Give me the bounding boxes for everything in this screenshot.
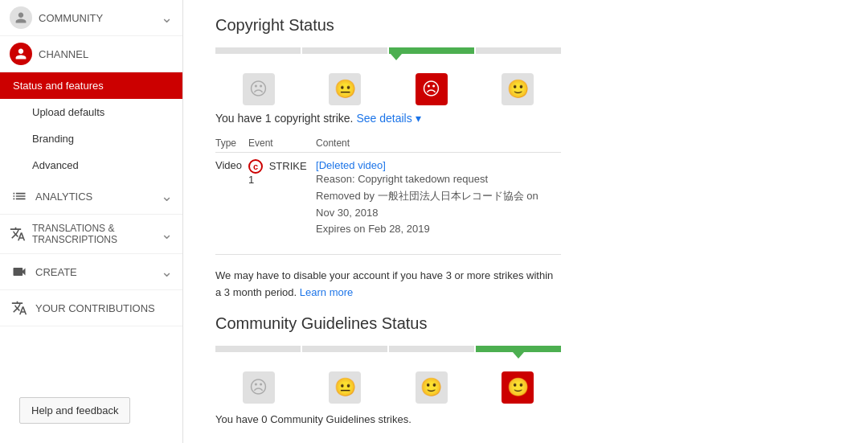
create-chevron: ⌄ xyxy=(161,263,173,281)
table-row: Video c STRIKE 1 [Deleted video] Reason:… xyxy=(215,153,561,242)
community-chevron: ⌄ xyxy=(161,9,173,27)
cg-face-2: 😐 xyxy=(302,371,389,404)
community-guidelines-title: Community Guidelines Status xyxy=(215,314,836,333)
your-contributions-label: YOUR CONTRIBUTIONS xyxy=(35,302,155,314)
table-header-event: Event xyxy=(248,134,316,153)
see-details-link[interactable]: See details xyxy=(356,112,411,125)
cg-progress-seg-2 xyxy=(302,346,387,352)
translations-chevron: ⌄ xyxy=(161,225,173,243)
sidebar-item-status-and-features[interactable]: Status and features xyxy=(0,72,182,99)
face-2: 😐 xyxy=(302,73,389,105)
copyright-faces-row: ☹ 😐 ☹ 🙂 xyxy=(215,73,561,105)
translations-label: TRANSLATIONS & TRANSCRIPTIONS xyxy=(32,223,161,245)
analytics-icon xyxy=(10,187,29,206)
cg-progress-wrapper: ☹ 😐 🙂 🙂 xyxy=(215,346,561,404)
copyright-progress-wrapper: ☹ 😐 ☹ 🙂 xyxy=(215,47,561,105)
cg-progress-seg-3 xyxy=(389,346,474,352)
progress-seg-1 xyxy=(215,47,301,54)
copyright-circle-icon: c xyxy=(248,159,263,174)
progress-seg-2 xyxy=(302,47,387,54)
analytics-chevron: ⌄ xyxy=(161,187,173,205)
cg-face-icon-1: ☹ xyxy=(243,371,275,404)
sidebar-channel-section[interactable]: CHANNEL xyxy=(0,36,182,72)
deleted-video-link[interactable]: [Deleted video] xyxy=(316,159,386,171)
table-header-content: Content xyxy=(316,134,561,153)
cg-face-3: 🙂 xyxy=(388,371,475,404)
sidebar-translations-section[interactable]: TRANSLATIONS & TRANSCRIPTIONS ⌄ xyxy=(0,215,182,254)
sidebar-analytics-section[interactable]: ANALYTICS ⌄ xyxy=(0,178,182,215)
removed-by-text: Removed by 一般社団法人日本レコード協会 on Nov 30, 201… xyxy=(316,188,555,222)
cg-face-icon-3: 🙂 xyxy=(416,371,448,404)
cg-face-icon-4-active: 🙂 xyxy=(502,371,534,404)
channel-avatar xyxy=(10,43,32,65)
channel-label: CHANNEL xyxy=(39,48,88,60)
create-label: CREATE xyxy=(35,266,77,278)
warning-text: We may have to disable your account if y… xyxy=(215,268,561,301)
cg-strikes-message: You have 0 Community Guidelines strikes. xyxy=(215,413,836,425)
progress-arrow xyxy=(391,54,402,60)
help-and-feedback-button[interactable]: Help and feedback xyxy=(19,397,130,424)
table-cell-content: [Deleted video] Reason: Copyright takedo… xyxy=(316,153,561,242)
sidebar-your-contributions-section[interactable]: YOUR CONTRIBUTIONS xyxy=(0,290,182,326)
strike-message-text: You have 1 copyright strike. xyxy=(215,112,353,125)
create-icon xyxy=(10,262,29,281)
copyright-status-title: Copyright Status xyxy=(215,16,836,35)
progress-seg-4 xyxy=(476,47,561,54)
cg-face-icon-2: 😐 xyxy=(329,371,361,404)
main-content: Copyright Status ☹ 😐 xyxy=(183,0,868,443)
face-4: 🙂 xyxy=(475,73,562,105)
reason-text: Reason: Copyright takedown request xyxy=(316,171,555,188)
sidebar-item-advanced[interactable]: Advanced xyxy=(0,152,182,178)
cg-faces-row: ☹ 😐 🙂 🙂 xyxy=(215,371,561,404)
learn-more-link[interactable]: Learn more xyxy=(300,286,353,298)
section-divider xyxy=(215,254,561,255)
upload-defaults-label: Upload defaults xyxy=(32,106,104,118)
strike-table: Type Event Content Video c STRIKE 1 [Del… xyxy=(215,134,561,241)
branding-label: Branding xyxy=(32,133,74,145)
translations-icon xyxy=(10,224,26,244)
strike-reason: Reason: Copyright takedown request Remov… xyxy=(316,171,555,238)
community-avatar xyxy=(10,6,32,29)
face-icon-4: 🙂 xyxy=(502,73,534,105)
table-cell-type: Video xyxy=(215,153,248,242)
sidebar: COMMUNITY ⌄ CHANNEL Status and features … xyxy=(0,0,183,443)
sidebar-item-branding[interactable]: Branding xyxy=(0,125,182,152)
community-label: COMMUNITY xyxy=(39,12,103,24)
face-icon-2: 😐 xyxy=(329,73,361,105)
analytics-label: ANALYTICS xyxy=(35,191,92,203)
your-contributions-icon xyxy=(10,298,29,318)
table-header-type: Type xyxy=(215,134,248,153)
face-1: ☹ xyxy=(215,73,302,105)
progress-seg-3-active xyxy=(389,47,474,54)
sidebar-create-section[interactable]: CREATE ⌄ xyxy=(0,254,182,290)
cg-progress-arrow xyxy=(513,352,524,359)
warning-text-content: We may have to disable your account if y… xyxy=(215,269,553,298)
strike-message: You have 1 copyright strike. See details… xyxy=(215,112,836,125)
status-and-features-label: Status and features xyxy=(13,80,104,92)
table-cell-event: c STRIKE 1 xyxy=(248,153,316,242)
face-icon-3-active: ☹ xyxy=(416,73,448,105)
advanced-label: Advanced xyxy=(32,159,79,171)
face-3: ☹ xyxy=(388,73,475,105)
face-icon-1: ☹ xyxy=(243,73,275,105)
cg-progress-seg-1 xyxy=(215,346,301,352)
dropdown-arrow: ▾ xyxy=(416,112,421,125)
expires-text: Expires on Feb 28, 2019 xyxy=(316,221,555,238)
sidebar-item-upload-defaults[interactable]: Upload defaults xyxy=(0,99,182,125)
cg-face-4: 🙂 xyxy=(475,371,562,404)
cg-progress-seg-4-active xyxy=(476,346,561,352)
cg-face-1: ☹ xyxy=(215,371,302,404)
sidebar-community-section[interactable]: COMMUNITY ⌄ xyxy=(0,0,182,36)
